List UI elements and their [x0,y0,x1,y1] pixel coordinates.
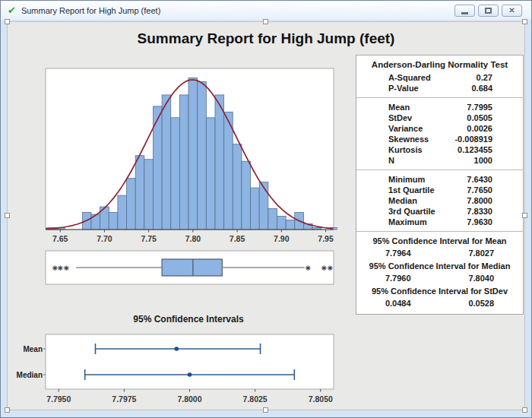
stat-row: Kurtosis 0.123455 [356,144,523,155]
ci-mean-values: 7.7964 7.8027 [356,247,523,259]
selection-handle[interactable] [263,19,268,24]
svg-text:7.85: 7.85 [230,234,245,243]
selection-handle[interactable] [5,19,10,24]
svg-text:✳: ✳ [321,264,327,272]
selection-handle[interactable] [522,213,527,218]
maximize-icon [485,8,492,14]
window-controls: ✕ [454,5,527,17]
stat-row: P-Value 0.684 [356,83,523,93]
stat-label: P-Value [388,83,419,93]
stat-value: 0.0026 [467,123,492,134]
section-divider [356,169,523,170]
stat-row: StDev 0.0505 [356,112,523,123]
ad-normality-test-title: Anderson-Darling Normality Test [356,55,523,72]
stat-label: StDev [388,112,412,123]
svg-text:7.8025: 7.8025 [243,394,268,404]
svg-text:7.95: 7.95 [318,234,334,243]
confidence-intervals-chart: MeanMedian7.79507.79757.80007.80257.8050 [9,328,344,407]
green-check-icon: ✔ [8,5,16,15]
stat-row: Maximum 7.9630 [356,217,523,227]
stat-value: 0.123455 [458,144,492,155]
svg-text:7.70: 7.70 [97,234,112,243]
ci-low: 7.7960 [356,272,440,284]
close-icon: ✕ [508,7,515,14]
stat-value: 0.27 [477,72,492,83]
ci-median-title: 95% Confidence Interval for Median [356,261,523,272]
stat-row: Median 7.8000 [356,195,523,206]
ci-high: 7.8027 [440,247,524,259]
ci-low: 0.0484 [356,297,440,309]
svg-text:✳: ✳ [305,264,311,272]
stat-row: A-Squared 0.27 [356,72,523,83]
section-divider [356,97,523,98]
report-title: Summary Report for High Jump (feet) [8,30,524,47]
svg-text:7.80: 7.80 [185,234,201,243]
svg-text:✳: ✳ [64,264,70,272]
svg-text:7.75: 7.75 [141,234,157,243]
svg-text:Median: Median [17,371,43,379]
ci-stdev-values: 0.0484 0.0528 [356,297,523,309]
stat-label: Skewness [388,134,429,144]
minimize-button[interactable] [454,5,475,17]
svg-text:7.90: 7.90 [274,234,290,243]
ci-high: 7.8040 [440,272,524,284]
stat-value: 7.9630 [467,217,492,227]
stat-value: 7.8330 [467,206,492,217]
stat-label: Median [388,195,417,206]
svg-text:Mean: Mean [23,345,43,353]
ci-mean-title: 95% Confidence Interval for Mean [356,236,523,247]
ci-low: 7.7964 [356,247,440,259]
stat-label: 3rd Quartile [388,206,435,217]
summary-report-window: ✔ Summary Report for High Jump (feet) ✕ … [0,0,532,418]
selection-handle[interactable] [5,213,10,218]
stat-row: 3rd Quartile 7.8330 [356,206,523,217]
stat-value: 0.0505 [467,112,492,123]
graph-canvas: Summary Report for High Jump (feet) 7.65… [7,21,525,410]
stat-value: -0.008919 [454,134,492,144]
statistics-panel: Anderson-Darling Normality Test A-Square… [356,55,524,315]
stat-value: 0.684 [471,83,492,93]
stat-value: 7.6430 [467,174,492,185]
stat-value: 7.8000 [467,195,492,206]
stat-row: 1st Quartile 7.7650 [356,185,523,195]
stat-row: Variance 0.0026 [356,123,523,134]
svg-text:7.8000: 7.8000 [177,394,201,404]
stat-label: Minimum [388,174,425,185]
svg-text:7.7950: 7.7950 [46,394,71,404]
stat-row: Minimum 7.6430 [356,174,523,185]
stat-value: 7.7650 [467,185,492,195]
confidence-intervals-title: 95% Confidence Intervals [40,314,337,325]
stat-row: Skewness -0.008919 [356,134,523,144]
stat-label: Maximum [388,217,427,227]
boxplot-chart: ✳✳✳✳✳✳ [40,249,337,286]
stat-row: Mean 7.7995 [356,102,523,112]
minimize-icon [461,12,468,14]
selection-handle[interactable] [5,407,10,413]
section-divider [356,231,523,232]
stat-value: 1000 [474,155,492,166]
svg-text:7.8050: 7.8050 [309,394,333,404]
selection-handle[interactable] [263,407,268,413]
selection-handle[interactable] [522,407,527,413]
ci-median-values: 7.7960 7.8040 [356,272,523,284]
title-bar[interactable]: ✔ Summary Report for High Jump (feet) ✕ [1,1,531,20]
svg-text:7.7975: 7.7975 [112,394,136,404]
stat-label: Kurtosis [388,144,423,155]
selection-handle[interactable] [522,19,527,24]
ci-stdev-title: 95% Confidence Interval for StDev [356,286,523,297]
svg-text:✳: ✳ [57,264,63,272]
close-button[interactable]: ✕ [502,5,522,17]
stat-label: 1st Quartile [388,185,435,195]
stat-label: Mean [388,102,410,112]
maximize-button[interactable] [478,5,499,17]
ci-high: 0.0528 [440,297,524,309]
svg-text:✳: ✳ [328,264,334,272]
stat-row: N 1000 [356,155,523,166]
stat-label: N [388,155,394,166]
histogram-chart: 7.657.707.757.807.857.907.95 [40,67,337,246]
svg-text:7.65: 7.65 [52,234,68,243]
stat-label: A-Squared [388,72,431,83]
stat-label: Variance [388,123,423,134]
stat-value: 7.7995 [467,102,492,112]
window-title: Summary Report for High Jump (feet) [21,6,160,15]
